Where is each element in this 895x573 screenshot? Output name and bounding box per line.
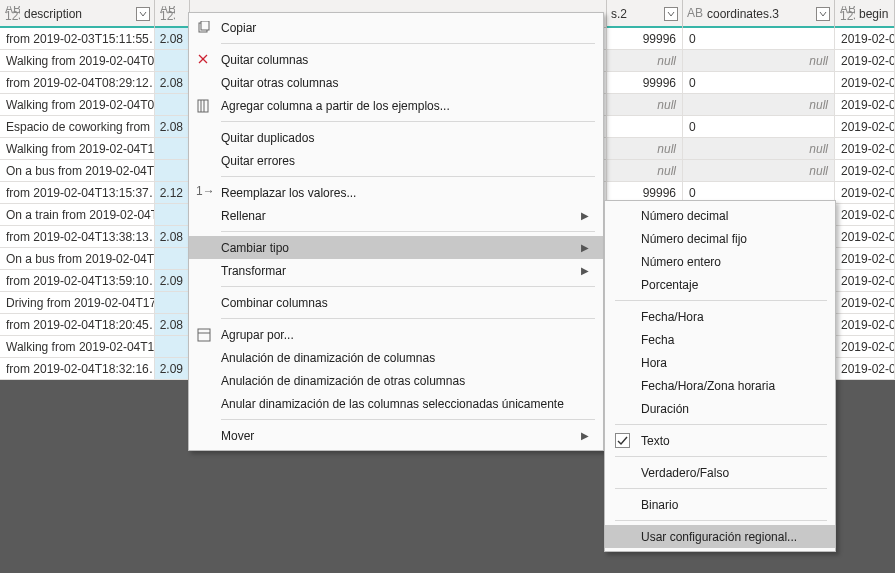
table-cell[interactable]: [155, 292, 190, 314]
table-cell[interactable]: 2.08: [155, 314, 190, 336]
table-cell[interactable]: [155, 248, 190, 270]
table-cell[interactable]: 2019-02-0: [835, 358, 895, 380]
table-cell[interactable]: 2019-02-0: [835, 28, 895, 50]
table-cell[interactable]: from 2019-02-04T13:38:13…: [0, 226, 155, 248]
table-cell[interactable]: 0: [683, 72, 835, 94]
table-cell[interactable]: null: [683, 50, 835, 72]
table-cell[interactable]: null: [683, 138, 835, 160]
filter-dropdown-icon[interactable]: [816, 7, 830, 21]
type-fecha-hora[interactable]: Fecha/Hora: [605, 305, 835, 328]
table-cell[interactable]: 2019-02-0: [835, 314, 895, 336]
menu-anular-seleccionadas[interactable]: Anular dinamización de las columnas sele…: [189, 392, 603, 415]
table-cell[interactable]: Walking from 2019-02-04T0…: [0, 50, 155, 72]
table-cell[interactable]: 2019-02-0: [835, 50, 895, 72]
table-cell[interactable]: 0: [683, 116, 835, 138]
type-numero-entero[interactable]: Número entero: [605, 250, 835, 273]
table-cell[interactable]: 2019-02-0: [835, 336, 895, 358]
type-numero-decimal[interactable]: Número decimal: [605, 204, 835, 227]
col-header-begin[interactable]: ABC123 begin: [835, 0, 895, 28]
type-fecha[interactable]: Fecha: [605, 328, 835, 351]
menu-rellenar[interactable]: Rellenar ▶: [189, 204, 603, 227]
table-cell[interactable]: On a train from 2019-02-04T…: [0, 204, 155, 226]
menu-quitar-columnas[interactable]: Quitar columnas: [189, 48, 603, 71]
menu-cambiar-tipo[interactable]: Cambiar tipo ▶: [189, 236, 603, 259]
table-cell[interactable]: null: [607, 94, 683, 116]
type-duracion[interactable]: Duración: [605, 397, 835, 420]
table-cell[interactable]: Driving from 2019-02-04T17:…: [0, 292, 155, 314]
menu-anulacion-otras[interactable]: Anulación de dinamización de otras colum…: [189, 369, 603, 392]
table-cell[interactable]: 2019-02-0: [835, 204, 895, 226]
menu-combinar-columnas[interactable]: Combinar columnas: [189, 291, 603, 314]
menu-reemplazar-valores[interactable]: 1→2 Reemplazar los valores...: [189, 181, 603, 204]
menu-quitar-otras-columnas[interactable]: Quitar otras columnas: [189, 71, 603, 94]
table-cell[interactable]: 2019-02-0: [835, 182, 895, 204]
menu-anulacion-dinamizacion[interactable]: Anulación de dinamización de columnas: [189, 346, 603, 369]
table-cell[interactable]: 99996: [607, 72, 683, 94]
table-cell[interactable]: Walking from 2019-02-04T1…: [0, 138, 155, 160]
menu-quitar-errores[interactable]: Quitar errores: [189, 149, 603, 172]
menu-mover[interactable]: Mover ▶: [189, 424, 603, 447]
type-fecha-hora-zona[interactable]: Fecha/Hora/Zona horaria: [605, 374, 835, 397]
table-cell[interactable]: 2019-02-0: [835, 160, 895, 182]
table-cell[interactable]: from 2019-02-04T08:29:12…: [0, 72, 155, 94]
table-cell[interactable]: 2019-02-0: [835, 270, 895, 292]
table-cell[interactable]: [155, 138, 190, 160]
col-header-description[interactable]: ABC123 description: [0, 0, 155, 28]
table-cell[interactable]: 2.08: [155, 116, 190, 138]
table-cell[interactable]: 99996: [607, 28, 683, 50]
table-cell[interactable]: null: [607, 50, 683, 72]
table-cell[interactable]: 2019-02-0: [835, 116, 895, 138]
menu-copiar[interactable]: Copiar: [189, 16, 603, 39]
table-cell[interactable]: null: [607, 160, 683, 182]
table-cell[interactable]: 2.08: [155, 226, 190, 248]
table-cell[interactable]: from 2019-02-04T18:32:16…: [0, 358, 155, 380]
table-cell[interactable]: from 2019-02-04T13:15:37…: [0, 182, 155, 204]
table-cell[interactable]: 2019-02-0: [835, 72, 895, 94]
table-cell[interactable]: [155, 204, 190, 226]
filter-dropdown-icon[interactable]: [136, 7, 150, 21]
table-cell[interactable]: 2.08: [155, 28, 190, 50]
table-cell[interactable]: [607, 116, 683, 138]
table-cell[interactable]: On a bus from 2019-02-04T1…: [0, 248, 155, 270]
table-cell[interactable]: 2019-02-0: [835, 292, 895, 314]
table-cell[interactable]: null: [683, 160, 835, 182]
type-numero-decimal-fijo[interactable]: Número decimal fijo: [605, 227, 835, 250]
table-cell[interactable]: null: [607, 138, 683, 160]
table-cell[interactable]: 2019-02-0: [835, 138, 895, 160]
table-cell[interactable]: Walking from 2019-02-04T1…: [0, 336, 155, 358]
menu-agregar-columna-ejemplos[interactable]: Agregar columna a partir de los ejemplos…: [189, 94, 603, 117]
table-cell[interactable]: [155, 50, 190, 72]
table-cell[interactable]: 2019-02-0: [835, 248, 895, 270]
col-header-s2[interactable]: s.2: [607, 0, 683, 28]
table-cell[interactable]: Espacio de coworking from 2…: [0, 116, 155, 138]
table-cell[interactable]: 2.08: [155, 72, 190, 94]
table-cell[interactable]: 2019-02-0: [835, 94, 895, 116]
type-porcentaje[interactable]: Porcentaje: [605, 273, 835, 296]
table-cell[interactable]: from 2019-02-04T13:59:10…: [0, 270, 155, 292]
table-cell[interactable]: On a bus from 2019-02-04T1…: [0, 160, 155, 182]
table-cell[interactable]: 2019-02-0: [835, 226, 895, 248]
table-cell[interactable]: 2.09: [155, 358, 190, 380]
menu-transformar[interactable]: Transformar ▶: [189, 259, 603, 282]
menu-quitar-duplicados[interactable]: Quitar duplicados: [189, 126, 603, 149]
table-cell[interactable]: from 2019-02-04T18:20:45…: [0, 314, 155, 336]
col-header-number-partial[interactable]: ABC123: [155, 0, 190, 28]
table-cell[interactable]: null: [683, 94, 835, 116]
type-usar-config-regional[interactable]: Usar configuración regional...: [605, 525, 835, 548]
table-cell[interactable]: 2.12: [155, 182, 190, 204]
table-cell[interactable]: [155, 94, 190, 116]
type-hora[interactable]: Hora: [605, 351, 835, 374]
table-cell[interactable]: from 2019-02-03T15:11:55…: [0, 28, 155, 50]
menu-agrupar-por[interactable]: Agrupar por...: [189, 323, 603, 346]
table-cell[interactable]: 0: [683, 28, 835, 50]
type-verdadero-falso[interactable]: Verdadero/Falso: [605, 461, 835, 484]
table-cell[interactable]: [155, 160, 190, 182]
col-header-coordinates3[interactable]: A B C coordinates.3: [683, 0, 835, 28]
type-texto[interactable]: Texto: [605, 429, 835, 452]
svg-rect-15: [198, 329, 210, 341]
table-cell[interactable]: [155, 336, 190, 358]
filter-dropdown-icon[interactable]: [664, 7, 678, 21]
table-cell[interactable]: Walking from 2019-02-04T0…: [0, 94, 155, 116]
table-cell[interactable]: 2.09: [155, 270, 190, 292]
type-binario[interactable]: Binario: [605, 493, 835, 516]
